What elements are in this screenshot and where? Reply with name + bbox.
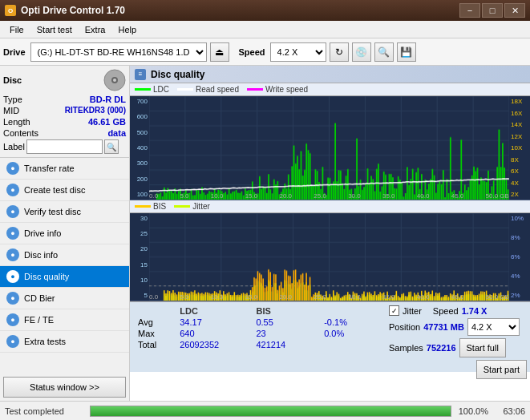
avg-bis-value: 0.55 — [253, 317, 313, 328]
nav-label-cd-bler: CD Bier — [24, 293, 55, 303]
avg-jitter-value: -0.1% — [321, 317, 370, 328]
stats-right: ✓ Jitter Speed 1.74 X Position 47731 MB … — [386, 302, 530, 372]
speed-value-stat: 1.74 X — [462, 306, 488, 316]
menubar: File Start test Extra Help — [0, 21, 530, 38]
sidebar: Disc Type BD-R DL MID RITEKDR3 (000) Len… — [0, 66, 130, 401]
upper-chart-container: 700 600 500 400 300 200 100 18X 16X 14X … — [130, 96, 530, 200]
drive-select[interactable]: (G:) HL-DT-ST BD-RE WH16NS48 1.D3 — [30, 42, 207, 62]
speed-select[interactable]: 4.2 X — [270, 42, 326, 62]
eject-button[interactable]: ⏏ — [210, 42, 229, 62]
disc-panel-title: Disc — [3, 75, 22, 85]
sidebar-item-fe-te[interactable]: ●FE / TE — [0, 309, 129, 331]
progress-bar-area: Test completed 100.0% 63:06 — [0, 401, 530, 420]
max-label: Max — [135, 328, 176, 339]
sidebar-item-verify-test[interactable]: ●Verify test disc — [0, 201, 129, 223]
nav-label-disc-info: Disc info — [24, 250, 58, 260]
maximize-button[interactable]: □ — [482, 3, 503, 18]
toolbar: Drive (G:) HL-DT-ST BD-RE WH16NS48 1.D3 … — [0, 38, 530, 66]
nav-label-drive-info: Drive info — [24, 228, 61, 238]
menu-file[interactable]: File — [3, 24, 30, 35]
legend-upper: LDC Read speed Write speed — [130, 83, 530, 96]
sidebar-item-create-test[interactable]: ●Create test disc — [0, 180, 129, 201]
position-row: Position 47731 MB 4.2 X — [389, 318, 527, 336]
titlebar-left: O Opti Drive Control 1.70 — [5, 5, 125, 16]
samples-value: 752216 — [427, 343, 456, 353]
bis-color — [135, 205, 151, 208]
jitter-label: Jitter — [403, 306, 422, 316]
stats-speed-header — [370, 305, 381, 317]
read-speed-color — [177, 88, 193, 91]
disc-length-value: 46.61 GB — [88, 117, 126, 127]
nav-label-create-test: Create test disc — [24, 185, 85, 195]
disc-icon — [103, 69, 126, 91]
lower-y-axis-left: 30 25 20 15 10 5 — [130, 213, 149, 301]
nav-icon-fe-te: ● — [6, 313, 19, 326]
menu-help[interactable]: Help — [111, 24, 143, 35]
avg-ldc-value: 34.17 — [176, 317, 253, 328]
upper-x-axis: 0.0 5.0 10.0 15.0 20.0 25.0 30.0 35.0 40… — [149, 192, 509, 200]
stats-bis-header: BIS — [253, 305, 313, 317]
samples-row: Samples 752216 Start full — [389, 338, 527, 357]
minimize-button[interactable]: − — [459, 3, 480, 18]
status-window-button[interactable]: Status window >> — [3, 377, 126, 398]
speed-dropdown[interactable]: 4.2 X — [467, 318, 520, 336]
progress-percent: 100.0% — [456, 406, 488, 416]
legend-bis: BIS — [135, 202, 166, 211]
menu-extra[interactable]: Extra — [79, 24, 112, 35]
sidebar-item-disc-info[interactable]: ●Disc info — [0, 244, 129, 266]
write-speed-color — [247, 88, 263, 91]
scan-button[interactable]: 🔍 — [374, 42, 394, 62]
disc-label-input[interactable] — [26, 139, 103, 154]
samples-label: Samples — [389, 343, 423, 353]
drive-label: Drive — [3, 47, 26, 57]
nav-icon-drive-info: ● — [6, 227, 19, 240]
sidebar-item-transfer-rate[interactable]: ●Transfer rate — [0, 158, 129, 180]
stats-bar: LDC BIS Avg 34.17 0.55 -0.1% Max — [130, 301, 530, 372]
disc-label-label: Label — [3, 142, 25, 151]
legend-ldc: LDC — [135, 85, 169, 94]
jitter-checkbox[interactable]: ✓ — [389, 305, 399, 316]
sidebar-item-extra-tests[interactable]: ●Extra tests — [0, 331, 129, 353]
disc-mid-label: MID — [3, 106, 19, 115]
svg-point-2 — [113, 79, 116, 82]
titlebar: O Opti Drive Control 1.70 − □ ✕ — [0, 0, 530, 21]
start-part-button[interactable]: Start part — [476, 360, 527, 379]
disc-panel: Disc Type BD-R DL MID RITEKDR3 (000) Len… — [0, 66, 129, 158]
disc-panel-header: Disc — [3, 69, 126, 91]
refresh-button[interactable]: ↻ — [330, 42, 349, 62]
sidebar-item-cd-bler[interactable]: ●CD Bier — [0, 288, 129, 309]
total-ldc-value: 26092352 — [176, 339, 253, 350]
content-area: ≡ Disc quality LDC Read speed Write spee… — [130, 66, 530, 401]
menu-start-test[interactable]: Start test — [30, 24, 79, 35]
disc-label-btn[interactable]: 🔍 — [104, 139, 119, 154]
legend-read-speed: Read speed — [177, 85, 239, 94]
read-speed-label: Read speed — [196, 85, 239, 94]
disc-quality-icon: ≡ — [135, 69, 146, 80]
disc-quality-header: ≡ Disc quality — [130, 66, 530, 83]
sidebar-item-drive-info[interactable]: ●Drive info — [0, 223, 129, 244]
disc-length-label: Length — [3, 117, 30, 127]
stats-jitter-header — [321, 305, 370, 317]
nav-label-verify-test: Verify test disc — [24, 207, 81, 216]
status-text: Test completed — [5, 406, 85, 416]
titlebar-controls: − □ ✕ — [459, 3, 525, 18]
save-button[interactable]: 💾 — [397, 42, 416, 62]
disc-contents-label: Contents — [3, 128, 38, 138]
nav-label-transfer-rate: Transfer rate — [24, 164, 75, 173]
upper-y-axis-left: 700 600 500 400 300 200 100 — [130, 96, 149, 200]
progress-time: 63:06 — [493, 406, 525, 416]
stats-ldc-header: LDC — [176, 305, 253, 317]
legend-write-speed: Write speed — [247, 85, 308, 94]
bis-label: BIS — [153, 202, 166, 211]
start-full-button[interactable]: Start full — [459, 338, 506, 357]
app-title: Opti Drive Control 1.70 — [21, 5, 125, 16]
disc-label-row: Label 🔍 — [3, 139, 126, 154]
max-ldc-value: 640 — [176, 328, 253, 339]
disc-contents-value: data — [107, 128, 126, 138]
sidebar-item-disc-quality[interactable]: ●Disc quality — [0, 266, 129, 288]
burn-button[interactable]: 💿 — [352, 42, 371, 62]
close-button[interactable]: ✕ — [504, 3, 525, 18]
stats-empty-header — [135, 305, 176, 317]
lower-chart-canvas — [149, 213, 509, 301]
avg-label: Avg — [135, 317, 176, 328]
